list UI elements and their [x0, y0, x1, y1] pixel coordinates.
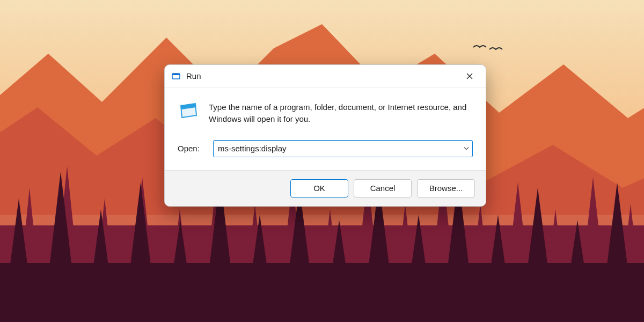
cancel-button[interactable]: Cancel	[354, 179, 412, 197]
svg-rect-3	[172, 74, 180, 75]
ok-button[interactable]: OK	[290, 179, 348, 197]
dialog-description: Type the name of a program, folder, docu…	[209, 101, 473, 125]
browse-button[interactable]: Browse...	[417, 179, 475, 197]
dialog-footer: OK Cancel Browse...	[165, 170, 486, 206]
open-input[interactable]	[213, 140, 473, 157]
open-combobox[interactable]	[213, 140, 473, 157]
titlebar[interactable]: Run	[165, 65, 486, 87]
run-dialog: Run Type the name of a program, folder, …	[164, 64, 486, 207]
run-icon	[178, 100, 199, 122]
close-button[interactable]	[459, 68, 480, 85]
run-titlebar-icon	[171, 71, 181, 81]
close-icon	[466, 73, 473, 79]
dialog-title: Run	[186, 71, 459, 80]
birds-icon	[472, 43, 504, 54]
open-label: Open:	[178, 144, 206, 153]
